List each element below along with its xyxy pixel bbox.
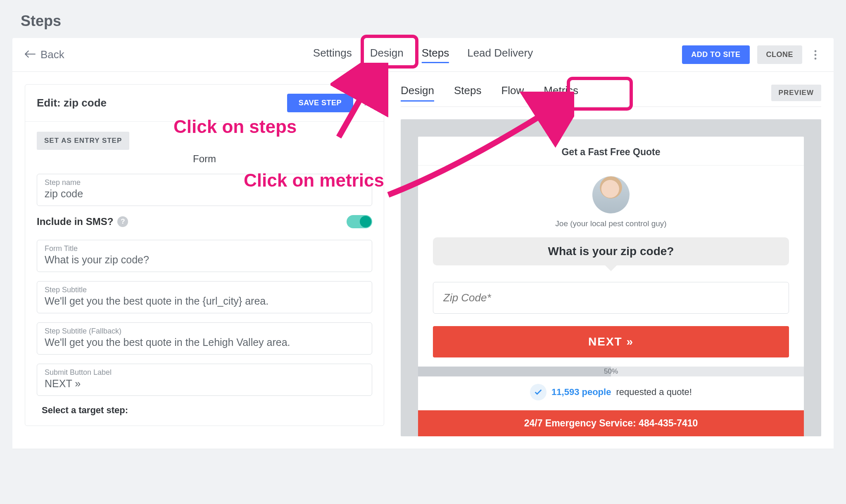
social-proof: 11,593 people requested a quote! <box>433 384 789 410</box>
step-subtitle-fallback-field[interactable]: Step Subtitle (Fallback) <box>37 322 372 355</box>
edit-panel: Edit: zip code SAVE STEP ✕ SET AS ENTRY … <box>25 84 384 426</box>
edit-title: Edit: zip code <box>37 97 107 109</box>
progress-text: 50% <box>418 367 804 376</box>
sms-toggle[interactable] <box>347 215 372 228</box>
right-panel: Design Steps Flow Metrics PREVIEW Get a … <box>401 84 821 436</box>
question-bubble: What is your zip code? <box>433 237 789 265</box>
subtab-design[interactable]: Design <box>401 84 434 102</box>
tab-lead-delivery[interactable]: Lead Delivery <box>467 47 533 63</box>
close-icon[interactable]: ✕ <box>363 97 372 109</box>
step-subtitle-field[interactable]: Step Subtitle <box>37 281 372 313</box>
svg-point-0 <box>815 50 817 52</box>
step-subtitle-label: Step Subtitle <box>45 286 364 294</box>
tab-steps[interactable]: Steps <box>422 47 449 63</box>
back-arrow-icon <box>25 48 36 61</box>
tab-design[interactable]: Design <box>370 47 404 63</box>
step-subtitle-input[interactable] <box>45 295 364 307</box>
form-heading: Form <box>37 153 372 165</box>
check-icon <box>530 384 547 400</box>
sms-label: Include in SMS? ? <box>37 216 128 227</box>
clone-button[interactable]: CLONE <box>757 45 803 64</box>
step-name-input[interactable] <box>45 188 364 200</box>
topbar-actions: ADD TO SITE CLONE <box>682 45 821 64</box>
widget-body: Joe (your local pest control guy) What i… <box>418 166 804 410</box>
social-rest: requested a quote! <box>616 387 692 398</box>
subtab-metrics[interactable]: Metrics <box>544 84 578 102</box>
sms-row: Include in SMS? ? <box>37 215 372 228</box>
zip-input[interactable] <box>433 282 789 314</box>
preview-frame: Get a Fast Free Quote Joe (your local pe… <box>401 119 821 436</box>
svg-point-1 <box>815 54 817 56</box>
set-entry-step-button[interactable]: SET AS ENTRY STEP <box>37 132 129 150</box>
content: Edit: zip code SAVE STEP ✕ SET AS ENTRY … <box>12 72 834 449</box>
progress-bar: 50% <box>418 367 804 376</box>
avatar-caption: Joe (your local pest control guy) <box>433 219 789 228</box>
subtab-steps[interactable]: Steps <box>454 84 482 102</box>
subtab-flow[interactable]: Flow <box>501 84 524 102</box>
lead-widget: Get a Fast Free Quote Joe (your local pe… <box>418 137 804 436</box>
submit-label-field[interactable]: Submit Button Label <box>37 364 372 396</box>
preview-button[interactable]: PREVIEW <box>771 85 821 101</box>
subtabs: Design Steps Flow Metrics <box>401 84 578 102</box>
page-title: Steps <box>21 12 834 30</box>
sms-label-text: Include in SMS? <box>37 216 113 227</box>
svg-point-2 <box>815 57 817 59</box>
back-label: Back <box>40 48 64 61</box>
top-nav: Settings Design Steps Lead Delivery <box>313 47 533 63</box>
add-to-site-button[interactable]: ADD TO SITE <box>682 45 749 64</box>
step-name-label: Step name <box>45 178 364 187</box>
widget-header: Get a Fast Free Quote <box>418 137 804 166</box>
avatar <box>592 176 630 213</box>
step-name-field[interactable]: Step name <box>37 174 372 206</box>
form-title-label: Form Title <box>45 244 364 253</box>
subtab-bar: Design Steps Flow Metrics PREVIEW <box>401 84 821 107</box>
step-subtitle-fallback-input[interactable] <box>45 336 364 348</box>
topbar: Back Settings Design Steps Lead Delivery… <box>12 38 834 72</box>
back-button[interactable]: Back <box>25 48 64 61</box>
form-title-input[interactable] <box>45 254 364 266</box>
help-icon[interactable]: ? <box>117 216 128 227</box>
submit-label-label: Submit Button Label <box>45 368 364 377</box>
emergency-bar: 24/7 Emergency Service: 484-435-7410 <box>418 410 804 436</box>
edit-panel-header: Edit: zip code SAVE STEP ✕ <box>25 85 384 122</box>
social-count: 11,593 people <box>551 387 611 398</box>
form-title-field[interactable]: Form Title <box>37 240 372 272</box>
submit-label-input[interactable] <box>45 378 364 390</box>
edit-body: SET AS ENTRY STEP Form Step name Include… <box>25 122 384 426</box>
step-subtitle-fallback-label: Step Subtitle (Fallback) <box>45 327 364 336</box>
tab-settings[interactable]: Settings <box>313 47 352 63</box>
target-step-label: Select a target step: <box>42 405 372 416</box>
next-button[interactable]: NEXT » <box>433 326 789 357</box>
save-step-button[interactable]: SAVE STEP <box>287 94 353 112</box>
more-menu-icon[interactable] <box>810 47 821 63</box>
main-card: Back Settings Design Steps Lead Delivery… <box>12 38 834 449</box>
